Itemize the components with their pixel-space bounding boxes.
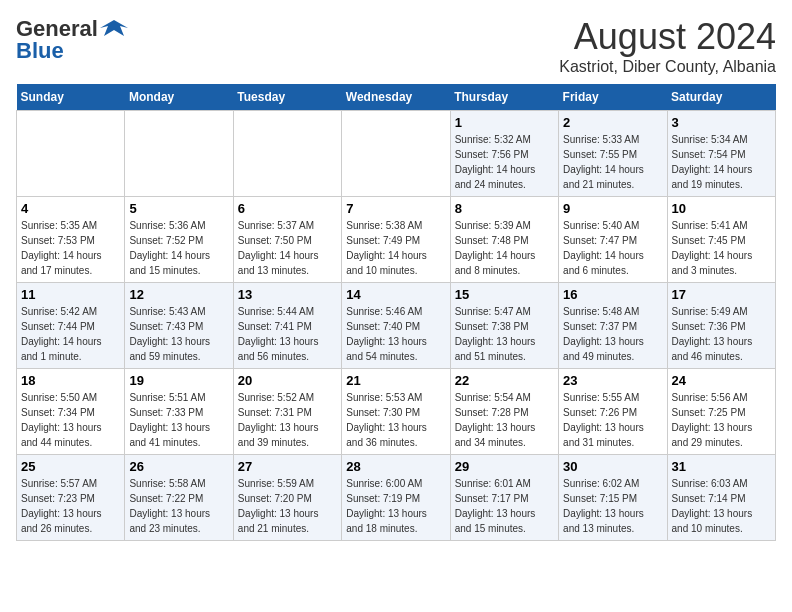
day-info: Sunrise: 6:00 AMSunset: 7:19 PMDaylight:…	[346, 476, 445, 536]
day-number: 15	[455, 287, 554, 302]
calendar-cell: 18Sunrise: 5:50 AMSunset: 7:34 PMDayligh…	[17, 369, 125, 455]
day-info: Sunrise: 5:43 AMSunset: 7:43 PMDaylight:…	[129, 304, 228, 364]
day-info: Sunrise: 5:50 AMSunset: 7:34 PMDaylight:…	[21, 390, 120, 450]
day-info: Sunrise: 5:41 AMSunset: 7:45 PMDaylight:…	[672, 218, 771, 278]
svg-marker-0	[100, 20, 128, 36]
logo-bird-icon	[100, 18, 128, 40]
day-info: Sunrise: 6:03 AMSunset: 7:14 PMDaylight:…	[672, 476, 771, 536]
day-number: 7	[346, 201, 445, 216]
day-info: Sunrise: 5:54 AMSunset: 7:28 PMDaylight:…	[455, 390, 554, 450]
day-number: 4	[21, 201, 120, 216]
day-info: Sunrise: 5:51 AMSunset: 7:33 PMDaylight:…	[129, 390, 228, 450]
calendar-cell: 4Sunrise: 5:35 AMSunset: 7:53 PMDaylight…	[17, 197, 125, 283]
day-number: 2	[563, 115, 662, 130]
day-info: Sunrise: 5:55 AMSunset: 7:26 PMDaylight:…	[563, 390, 662, 450]
day-info: Sunrise: 5:47 AMSunset: 7:38 PMDaylight:…	[455, 304, 554, 364]
day-number: 9	[563, 201, 662, 216]
calendar-cell: 15Sunrise: 5:47 AMSunset: 7:38 PMDayligh…	[450, 283, 558, 369]
day-info: Sunrise: 5:38 AMSunset: 7:49 PMDaylight:…	[346, 218, 445, 278]
day-number: 17	[672, 287, 771, 302]
calendar-week-row: 4Sunrise: 5:35 AMSunset: 7:53 PMDaylight…	[17, 197, 776, 283]
calendar-cell: 17Sunrise: 5:49 AMSunset: 7:36 PMDayligh…	[667, 283, 775, 369]
day-number: 22	[455, 373, 554, 388]
calendar-cell: 12Sunrise: 5:43 AMSunset: 7:43 PMDayligh…	[125, 283, 233, 369]
day-of-week-header: Thursday	[450, 84, 558, 111]
day-info: Sunrise: 5:42 AMSunset: 7:44 PMDaylight:…	[21, 304, 120, 364]
calendar-cell: 5Sunrise: 5:36 AMSunset: 7:52 PMDaylight…	[125, 197, 233, 283]
day-info: Sunrise: 5:35 AMSunset: 7:53 PMDaylight:…	[21, 218, 120, 278]
title-area: August 2024 Kastriot, Diber County, Alba…	[559, 16, 776, 76]
day-info: Sunrise: 5:40 AMSunset: 7:47 PMDaylight:…	[563, 218, 662, 278]
calendar-week-row: 1Sunrise: 5:32 AMSunset: 7:56 PMDaylight…	[17, 111, 776, 197]
day-number: 11	[21, 287, 120, 302]
day-number: 13	[238, 287, 337, 302]
day-info: Sunrise: 5:37 AMSunset: 7:50 PMDaylight:…	[238, 218, 337, 278]
calendar-cell: 31Sunrise: 6:03 AMSunset: 7:14 PMDayligh…	[667, 455, 775, 541]
day-of-week-header: Friday	[559, 84, 667, 111]
calendar-cell	[125, 111, 233, 197]
calendar-cell	[342, 111, 450, 197]
calendar-cell: 2Sunrise: 5:33 AMSunset: 7:55 PMDaylight…	[559, 111, 667, 197]
day-number: 16	[563, 287, 662, 302]
calendar-cell: 10Sunrise: 5:41 AMSunset: 7:45 PMDayligh…	[667, 197, 775, 283]
day-info: Sunrise: 5:49 AMSunset: 7:36 PMDaylight:…	[672, 304, 771, 364]
calendar-cell	[17, 111, 125, 197]
calendar-cell: 26Sunrise: 5:58 AMSunset: 7:22 PMDayligh…	[125, 455, 233, 541]
day-number: 29	[455, 459, 554, 474]
subtitle: Kastriot, Diber County, Albania	[559, 58, 776, 76]
day-number: 20	[238, 373, 337, 388]
day-info: Sunrise: 5:56 AMSunset: 7:25 PMDaylight:…	[672, 390, 771, 450]
day-number: 26	[129, 459, 228, 474]
calendar-cell: 19Sunrise: 5:51 AMSunset: 7:33 PMDayligh…	[125, 369, 233, 455]
logo-blue-text: Blue	[16, 38, 64, 64]
calendar-cell: 27Sunrise: 5:59 AMSunset: 7:20 PMDayligh…	[233, 455, 341, 541]
day-info: Sunrise: 5:57 AMSunset: 7:23 PMDaylight:…	[21, 476, 120, 536]
calendar-cell: 11Sunrise: 5:42 AMSunset: 7:44 PMDayligh…	[17, 283, 125, 369]
calendar-cell: 23Sunrise: 5:55 AMSunset: 7:26 PMDayligh…	[559, 369, 667, 455]
day-info: Sunrise: 5:53 AMSunset: 7:30 PMDaylight:…	[346, 390, 445, 450]
day-number: 1	[455, 115, 554, 130]
day-info: Sunrise: 6:01 AMSunset: 7:17 PMDaylight:…	[455, 476, 554, 536]
day-of-week-header: Tuesday	[233, 84, 341, 111]
calendar-cell: 3Sunrise: 5:34 AMSunset: 7:54 PMDaylight…	[667, 111, 775, 197]
day-number: 10	[672, 201, 771, 216]
day-number: 3	[672, 115, 771, 130]
day-info: Sunrise: 5:59 AMSunset: 7:20 PMDaylight:…	[238, 476, 337, 536]
day-number: 12	[129, 287, 228, 302]
calendar-cell: 28Sunrise: 6:00 AMSunset: 7:19 PMDayligh…	[342, 455, 450, 541]
calendar-week-row: 25Sunrise: 5:57 AMSunset: 7:23 PMDayligh…	[17, 455, 776, 541]
calendar-cell: 7Sunrise: 5:38 AMSunset: 7:49 PMDaylight…	[342, 197, 450, 283]
header: General Blue August 2024 Kastriot, Diber…	[16, 16, 776, 76]
day-of-week-header: Saturday	[667, 84, 775, 111]
logo: General Blue	[16, 16, 128, 64]
calendar-cell: 21Sunrise: 5:53 AMSunset: 7:30 PMDayligh…	[342, 369, 450, 455]
calendar-cell: 22Sunrise: 5:54 AMSunset: 7:28 PMDayligh…	[450, 369, 558, 455]
day-info: Sunrise: 5:46 AMSunset: 7:40 PMDaylight:…	[346, 304, 445, 364]
day-number: 18	[21, 373, 120, 388]
day-of-week-header: Sunday	[17, 84, 125, 111]
day-info: Sunrise: 5:36 AMSunset: 7:52 PMDaylight:…	[129, 218, 228, 278]
day-of-week-header: Wednesday	[342, 84, 450, 111]
calendar-week-row: 11Sunrise: 5:42 AMSunset: 7:44 PMDayligh…	[17, 283, 776, 369]
day-number: 6	[238, 201, 337, 216]
calendar-cell: 1Sunrise: 5:32 AMSunset: 7:56 PMDaylight…	[450, 111, 558, 197]
calendar-cell: 9Sunrise: 5:40 AMSunset: 7:47 PMDaylight…	[559, 197, 667, 283]
calendar-cell: 8Sunrise: 5:39 AMSunset: 7:48 PMDaylight…	[450, 197, 558, 283]
day-number: 24	[672, 373, 771, 388]
calendar-cell: 24Sunrise: 5:56 AMSunset: 7:25 PMDayligh…	[667, 369, 775, 455]
day-info: Sunrise: 5:34 AMSunset: 7:54 PMDaylight:…	[672, 132, 771, 192]
day-info: Sunrise: 5:39 AMSunset: 7:48 PMDaylight:…	[455, 218, 554, 278]
day-info: Sunrise: 6:02 AMSunset: 7:15 PMDaylight:…	[563, 476, 662, 536]
day-number: 19	[129, 373, 228, 388]
day-number: 5	[129, 201, 228, 216]
day-number: 28	[346, 459, 445, 474]
day-info: Sunrise: 5:48 AMSunset: 7:37 PMDaylight:…	[563, 304, 662, 364]
calendar-cell: 13Sunrise: 5:44 AMSunset: 7:41 PMDayligh…	[233, 283, 341, 369]
calendar-cell: 29Sunrise: 6:01 AMSunset: 7:17 PMDayligh…	[450, 455, 558, 541]
calendar-cell: 14Sunrise: 5:46 AMSunset: 7:40 PMDayligh…	[342, 283, 450, 369]
day-number: 31	[672, 459, 771, 474]
calendar-cell: 30Sunrise: 6:02 AMSunset: 7:15 PMDayligh…	[559, 455, 667, 541]
calendar-cell: 25Sunrise: 5:57 AMSunset: 7:23 PMDayligh…	[17, 455, 125, 541]
day-number: 14	[346, 287, 445, 302]
calendar-header-row: SundayMondayTuesdayWednesdayThursdayFrid…	[17, 84, 776, 111]
